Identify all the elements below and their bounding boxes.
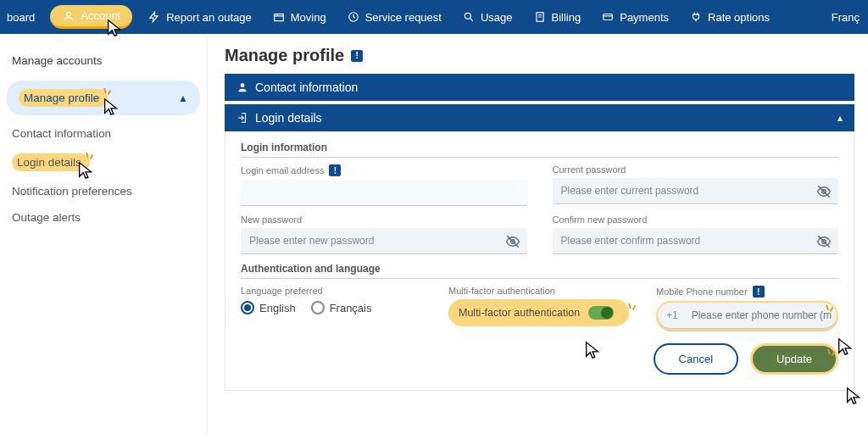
login-email-input[interactable] bbox=[241, 180, 527, 206]
svg-point-3 bbox=[465, 13, 470, 19]
nav-report-outage[interactable]: Report an outage bbox=[137, 0, 261, 34]
section-auth-lang: Authentication and language bbox=[241, 263, 838, 279]
user-icon bbox=[62, 9, 75, 23]
nav-account[interactable]: Account bbox=[50, 5, 132, 29]
login-icon bbox=[236, 112, 248, 124]
sidebar-item-login-details[interactable]: Login details bbox=[0, 147, 207, 178]
new-password-input[interactable] bbox=[241, 228, 527, 254]
eye-off-icon[interactable] bbox=[816, 184, 832, 199]
top-nav: board Account Report an outage Moving Se… bbox=[0, 0, 868, 34]
bolt-icon bbox=[147, 10, 161, 24]
svg-point-6 bbox=[241, 83, 245, 87]
sidebar-item-manage-profile[interactable]: Manage profile ▲ bbox=[7, 81, 200, 115]
info-icon[interactable]: ! bbox=[329, 164, 341, 176]
box-icon bbox=[272, 10, 286, 24]
update-button[interactable]: Update bbox=[753, 346, 836, 372]
svg-point-0 bbox=[67, 12, 71, 16]
card-icon bbox=[601, 10, 615, 24]
phone-input[interactable] bbox=[687, 303, 837, 328]
chevron-up-icon: ▲ bbox=[178, 92, 188, 104]
radio-english[interactable]: English bbox=[241, 301, 296, 314]
eye-off-icon[interactable] bbox=[505, 234, 520, 249]
radio-francais[interactable]: Français bbox=[311, 301, 372, 314]
nav-account-label: Account bbox=[81, 9, 120, 22]
invoice-icon bbox=[533, 10, 547, 24]
nav-billing[interactable]: Billing bbox=[523, 0, 592, 34]
mfa-toggle-pill[interactable]: Multi-factor authentication bbox=[448, 299, 629, 326]
label-phone: Mobile Phone number ! bbox=[656, 286, 838, 298]
label-language: Language preferred bbox=[241, 286, 423, 296]
page-title: Manage profile ! bbox=[225, 46, 854, 65]
nav-payments[interactable]: Payments bbox=[591, 0, 679, 34]
cancel-button[interactable]: Cancel bbox=[654, 343, 738, 375]
update-button-highlight: Update bbox=[750, 343, 838, 375]
sidebar-item-manage-accounts[interactable]: Manage accounts bbox=[0, 46, 207, 75]
sidebar-item-outage-alerts[interactable]: Outage alerts bbox=[0, 204, 207, 231]
plug-icon bbox=[689, 10, 703, 24]
sidebar-item-contact-info[interactable]: Contact information bbox=[0, 120, 207, 147]
label-current-password: Current password bbox=[553, 164, 839, 175]
user-icon bbox=[236, 81, 248, 93]
svg-rect-5 bbox=[604, 14, 613, 20]
panel-login-body: Login information Login email address ! … bbox=[225, 131, 854, 391]
eye-off-icon[interactable] bbox=[816, 234, 832, 249]
panel-login-header[interactable]: Login details ▴ bbox=[225, 104, 854, 131]
info-icon[interactable]: ! bbox=[753, 286, 765, 298]
svg-rect-1 bbox=[274, 14, 283, 21]
magnify-icon bbox=[462, 10, 476, 24]
info-icon[interactable]: ! bbox=[351, 50, 363, 62]
section-login-info: Login information bbox=[241, 142, 838, 158]
label-mfa: Multi-factor authentication bbox=[448, 286, 631, 296]
label-new-password: New password bbox=[241, 214, 527, 225]
chevron-up-icon: ▴ bbox=[837, 112, 843, 124]
sidebar-item-notification-prefs[interactable]: Notification preferences bbox=[0, 178, 207, 204]
label-confirm-password: Confirm new password bbox=[553, 214, 839, 225]
current-password-input[interactable] bbox=[553, 178, 839, 204]
nav-language-toggle[interactable]: Franç bbox=[821, 0, 865, 34]
panel-contact-header[interactable]: Contact information bbox=[225, 74, 854, 101]
nav-rate-options[interactable]: Rate options bbox=[679, 0, 780, 34]
nav-service-request[interactable]: Service request bbox=[337, 0, 452, 34]
content: Manage profile ! Contact information Log… bbox=[208, 34, 868, 434]
confirm-password-input[interactable] bbox=[553, 228, 839, 254]
nav-dashboard[interactable]: board bbox=[3, 0, 45, 34]
label-login-email: Login email address ! bbox=[241, 164, 527, 176]
sidebar: Manage accounts Manage profile ▲ Contact… bbox=[0, 34, 208, 434]
nav-usage[interactable]: Usage bbox=[452, 0, 523, 34]
clock-icon bbox=[347, 10, 360, 24]
phone-country-code: +1 bbox=[658, 303, 687, 328]
toggle-switch[interactable] bbox=[588, 306, 614, 320]
nav-moving[interactable]: Moving bbox=[262, 0, 337, 34]
